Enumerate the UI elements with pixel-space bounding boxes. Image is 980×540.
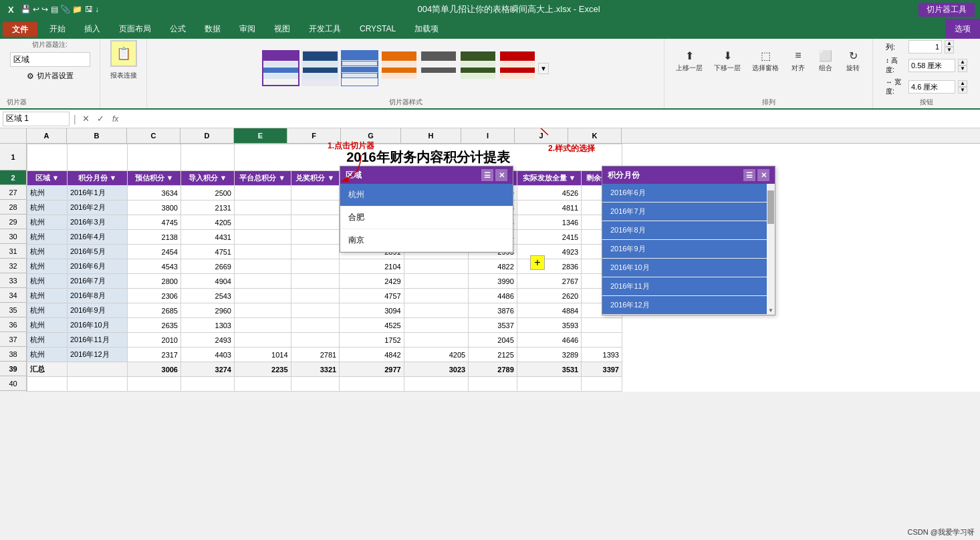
month-item-9[interactable]: 2016年9月: [602, 240, 775, 259]
cell-j-33[interactable]: 2767: [517, 274, 581, 289]
columns-spinner[interactable]: ▲ ▼: [945, 40, 954, 53]
cell-C1[interactable]: [128, 144, 181, 171]
header-import[interactable]: 导入积分 ▼: [181, 171, 235, 186]
cell-h-36[interactable]: [404, 318, 468, 333]
cell-D40[interactable]: [181, 377, 235, 392]
cell-g-34[interactable]: 4757: [340, 289, 404, 303]
send-backward-btn[interactable]: ⬇ 下移一层: [709, 45, 745, 76]
cell-e-27[interactable]: [235, 186, 291, 200]
cell-f-38[interactable]: 2781: [291, 348, 340, 362]
cell-E40[interactable]: [235, 377, 291, 392]
month-item-12[interactable]: 2016年12月: [602, 296, 775, 315]
cell-e-33[interactable]: [235, 274, 291, 289]
cell-c-37[interactable]: 2010: [128, 333, 181, 348]
cell-j-31[interactable]: 4923: [517, 245, 581, 259]
cell-region-28[interactable]: 杭州: [27, 200, 68, 215]
cell-region-33[interactable]: 杭州: [27, 274, 68, 289]
cell-month-38[interactable]: 2016年12月: [68, 348, 128, 362]
cell-region-29[interactable]: 杭州: [27, 215, 68, 230]
cell-A40[interactable]: [27, 377, 68, 392]
width-up-btn[interactable]: ▲: [958, 80, 967, 87]
cell-k-36[interactable]: [582, 318, 622, 333]
cell-I40[interactable]: [469, 377, 517, 392]
styles-dropdown-btn[interactable]: ▼: [538, 63, 549, 74]
cell-region-34[interactable]: 杭州: [27, 289, 68, 303]
month-item-11[interactable]: 2016年11月: [602, 277, 775, 296]
cell-month-37[interactable]: 2016年11月: [68, 333, 128, 348]
cell-C40[interactable]: [128, 377, 181, 392]
cell-h-39[interactable]: 3023: [404, 362, 468, 377]
cell-j-27[interactable]: 4526: [517, 186, 581, 200]
cell-c-31[interactable]: 2454: [128, 245, 181, 259]
cell-d-34[interactable]: 2543: [181, 289, 235, 303]
tab-layout[interactable]: 页面布局: [110, 19, 160, 39]
cell-e-35[interactable]: [235, 303, 291, 318]
cell-c-33[interactable]: 2800: [128, 274, 181, 289]
cell-f-36[interactable]: [291, 318, 340, 333]
cell-j-29[interactable]: 1346: [517, 215, 581, 230]
cell-region-39[interactable]: 汇总: [27, 362, 68, 377]
cell-g-36[interactable]: 4525: [340, 318, 404, 333]
header-redeem[interactable]: 兑奖积分 ▼: [291, 171, 340, 186]
cell-c-32[interactable]: 4543: [128, 259, 181, 274]
cell-f-31[interactable]: [291, 245, 340, 259]
cell-A1[interactable]: [27, 144, 68, 171]
tab-review[interactable]: 审阅: [230, 19, 265, 39]
cell-i-32[interactable]: 4822: [469, 259, 517, 274]
region-item-hefei[interactable]: 合肥: [340, 207, 513, 229]
cell-month-36[interactable]: 2016年10月: [68, 318, 128, 333]
cell-d-35[interactable]: 2960: [181, 303, 235, 318]
cell-month-28[interactable]: 2016年2月: [68, 200, 128, 215]
cell-f-28[interactable]: [291, 200, 340, 215]
columns-input[interactable]: [908, 40, 942, 53]
cell-f-35[interactable]: [291, 303, 340, 318]
header-actual[interactable]: 实际发放全量 ▼: [517, 171, 581, 186]
slicer-style-4[interactable]: [380, 50, 418, 86]
cell-i-39[interactable]: 2789: [469, 362, 517, 377]
header-platform-total[interactable]: 平台总积分 ▼: [235, 171, 291, 186]
cell-j-38[interactable]: 3289: [517, 348, 581, 362]
columns-up-btn[interactable]: ▲: [945, 40, 954, 47]
slicer-caption-input[interactable]: [10, 52, 90, 67]
height-down-btn[interactable]: ▼: [958, 65, 967, 72]
cell-e-28[interactable]: [235, 200, 291, 215]
height-spinner[interactable]: ▲ ▼: [958, 59, 967, 72]
cell-month-30[interactable]: 2016年4月: [68, 230, 128, 245]
tab-insert[interactable]: 插入: [75, 19, 110, 39]
cell-i-37[interactable]: 2045: [469, 333, 517, 348]
tab-options[interactable]: 选项: [945, 19, 980, 39]
cell-i-35[interactable]: 3876: [469, 303, 517, 318]
cell-G40[interactable]: [340, 377, 404, 392]
width-spinner[interactable]: ▲ ▼: [958, 80, 967, 94]
tab-addins[interactable]: 加载项: [405, 19, 448, 39]
width-down-btn[interactable]: ▼: [958, 87, 967, 94]
cell-month-33[interactable]: 2016年7月: [68, 274, 128, 289]
cell-region-30[interactable]: 杭州: [27, 230, 68, 245]
cell-d-30[interactable]: 4431: [181, 230, 235, 245]
report-connect-btn[interactable]: 📋: [110, 40, 137, 67]
cell-j-30[interactable]: 2415: [517, 230, 581, 245]
cell-j-35[interactable]: 4884: [517, 303, 581, 318]
cell-e-38[interactable]: 1014: [235, 348, 291, 362]
cell-g-38[interactable]: 4842: [340, 348, 404, 362]
slicer-settings-btn[interactable]: ⚙ 切片器设置: [27, 71, 74, 81]
cell-region-36[interactable]: 杭州: [27, 318, 68, 333]
columns-down-btn[interactable]: ▼: [945, 47, 954, 53]
cell-region-38[interactable]: 杭州: [27, 348, 68, 362]
cell-month-29[interactable]: 2016年3月: [68, 215, 128, 230]
tab-view[interactable]: 视图: [265, 19, 299, 39]
cell-e-36[interactable]: [235, 318, 291, 333]
cell-d-39[interactable]: 3274: [181, 362, 235, 377]
cell-F40[interactable]: [291, 377, 340, 392]
month-item-10[interactable]: 2016年10月: [602, 259, 775, 277]
cell-month-27[interactable]: 2016年1月: [68, 186, 128, 200]
cell-month-35[interactable]: 2016年9月: [68, 303, 128, 318]
cell-month-31[interactable]: 2016年5月: [68, 245, 128, 259]
cell-h-38[interactable]: 4205: [404, 348, 468, 362]
month-item-7[interactable]: 2016年7月: [602, 202, 775, 221]
cell-j-39[interactable]: 3531: [517, 362, 581, 377]
slicer-style-6[interactable]: [459, 50, 497, 86]
tab-data[interactable]: 数据: [195, 19, 230, 39]
header-region[interactable]: 区域 ▼: [27, 171, 68, 186]
cell-region-32[interactable]: 杭州: [27, 259, 68, 274]
